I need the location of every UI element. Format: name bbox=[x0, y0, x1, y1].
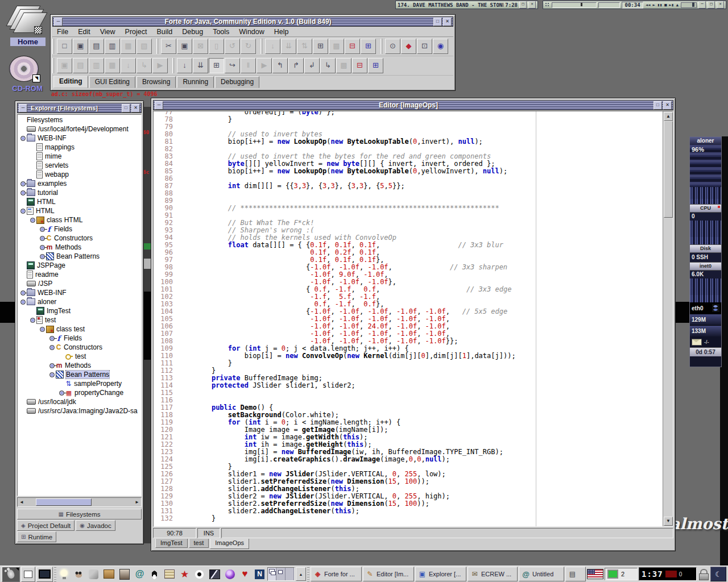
desktop-icon-home[interactable]: Home bbox=[10, 5, 46, 49]
menu-help[interactable]: Help bbox=[274, 28, 289, 36]
tree-row[interactable]: fFields bbox=[18, 334, 141, 343]
tree-row[interactable]: test bbox=[18, 315, 141, 325]
workspace-cell-1[interactable] bbox=[268, 568, 276, 580]
tree-row[interactable]: /usr/local/forte4j/Development bbox=[18, 124, 141, 134]
tree-row[interactable]: CConstructors bbox=[18, 234, 141, 243]
workspace-pager[interactable] bbox=[267, 567, 295, 581]
audio-player-playlist-bar[interactable]: 174. DAVE MATTHEWS BAND - THE STONE 7:28… bbox=[395, 1, 538, 9]
close-button[interactable]: ✕ bbox=[131, 104, 140, 113]
monitor-view-button[interactable] bbox=[36, 567, 53, 582]
expander-closed-icon[interactable] bbox=[58, 388, 65, 397]
toolbar-button[interactable]: ▶ bbox=[152, 58, 168, 73]
tree-row[interactable]: ImgTest bbox=[18, 306, 141, 315]
swirl-icon[interactable]: @ bbox=[133, 568, 146, 581]
toolbar-button[interactable]: ▦ bbox=[105, 58, 120, 73]
expander-closed-icon[interactable] bbox=[39, 225, 46, 234]
eye-icon[interactable] bbox=[193, 568, 206, 581]
package-icon[interactable] bbox=[104, 569, 114, 579]
expander-open-icon[interactable] bbox=[19, 206, 27, 215]
tab-running[interactable]: Running bbox=[177, 76, 214, 88]
bottom-tab-filesystems[interactable]: ▦Filesystems bbox=[17, 509, 142, 519]
expander-open-icon[interactable] bbox=[19, 134, 27, 143]
prev-button[interactable]: ◄◄ bbox=[645, 3, 651, 7]
tree-row[interactable]: class HTML bbox=[18, 215, 141, 225]
gimp-icon[interactable] bbox=[72, 568, 85, 581]
draw-icon[interactable] bbox=[89, 569, 98, 579]
toolbar-button[interactable]: □ bbox=[57, 39, 72, 54]
player-shade-button[interactable]: ─ bbox=[698, 1, 706, 9]
desktop-icon-cdrom[interactable]: ◥ CD-ROM bbox=[9, 56, 46, 97]
tree-row[interactable]: examples bbox=[18, 179, 141, 188]
toolbar-button[interactable]: ▣ bbox=[177, 39, 192, 54]
player-close-button[interactable]: ✕ bbox=[717, 1, 724, 9]
expander-open-icon[interactable] bbox=[48, 343, 56, 352]
stop-button[interactable]: ■ bbox=[664, 3, 667, 7]
tree-row[interactable]: readme bbox=[18, 270, 141, 279]
menu-edit[interactable]: Edit bbox=[78, 28, 90, 36]
toolbar-button[interactable]: ⊟ bbox=[352, 58, 367, 73]
player-close-button[interactable]: ✕ bbox=[528, 1, 536, 9]
tree-row[interactable]: Filesystems bbox=[18, 115, 141, 124]
window-explorer[interactable]: ─ Explorer [Filesystems] □ ✕ Filesystems… bbox=[15, 101, 144, 544]
menu-file[interactable]: File bbox=[57, 28, 68, 36]
menu-tools[interactable]: Tools bbox=[213, 28, 229, 36]
code-editor-panel[interactable]: 7778798081828384858687888990919293949596… bbox=[153, 111, 673, 527]
window-menu-button[interactable]: ─ bbox=[155, 101, 163, 110]
tree-row[interactable]: class test bbox=[18, 325, 141, 334]
toolbar-button[interactable]: ⊡ bbox=[417, 39, 432, 54]
tree-row[interactable]: /JSP bbox=[18, 279, 141, 288]
toolbar-button[interactable]: ▩ bbox=[336, 58, 351, 73]
toolbar-button[interactable]: ↓ bbox=[121, 58, 136, 73]
maximize-button[interactable]: □ bbox=[433, 18, 442, 26]
scrollbar-thumb[interactable] bbox=[664, 121, 673, 218]
tab-editing[interactable]: Editing bbox=[53, 76, 88, 88]
docs-icon[interactable] bbox=[164, 569, 175, 579]
expander-closed-icon[interactable] bbox=[19, 179, 27, 188]
tree-row[interactable]: Bean Patterns bbox=[18, 370, 141, 379]
tree-row[interactable]: servlets bbox=[18, 161, 141, 170]
task-button-editor-im[interactable]: ✎Editor [Im... bbox=[363, 567, 414, 581]
toolbar-button[interactable]: ▶ bbox=[257, 58, 272, 73]
horizontal-scrollbar[interactable]: ◄ ► bbox=[17, 497, 142, 507]
scroll-down-arrow[interactable]: ▼ bbox=[664, 517, 673, 526]
player-minimize-button[interactable]: □ bbox=[708, 1, 715, 9]
mail-check-section[interactable]: -/- bbox=[690, 336, 721, 347]
toolbar-button[interactable]: ⊠ bbox=[193, 39, 208, 54]
play-button[interactable]: ► bbox=[652, 3, 655, 7]
toolbar-button[interactable]: ⊞ bbox=[361, 39, 376, 54]
expander-closed-icon[interactable] bbox=[39, 243, 46, 252]
eth0-section[interactable]: eth0 bbox=[690, 302, 721, 314]
expander-closed-icon[interactable] bbox=[19, 288, 27, 297]
expander-closed-icon[interactable] bbox=[48, 361, 56, 370]
sleep-moon-button[interactable]: ☾ bbox=[710, 567, 726, 581]
toolbar-button[interactable]: ▤ bbox=[73, 58, 88, 73]
menu-debug[interactable]: Debug bbox=[182, 28, 203, 36]
task-button-ecrew[interactable]: ✉ECREW ... bbox=[468, 567, 518, 581]
expander-open-icon[interactable] bbox=[29, 315, 36, 325]
picture-icon[interactable] bbox=[209, 569, 220, 579]
tree-row[interactable]: CConstructors bbox=[18, 343, 141, 352]
code-text-area[interactable]: ordered[j] = (byte) }; } // used to inve… bbox=[176, 111, 663, 526]
maximize-button[interactable]: □ bbox=[122, 104, 130, 113]
toolbar-button[interactable]: ⊞ bbox=[313, 39, 328, 54]
cube-n-icon[interactable]: N bbox=[255, 569, 264, 579]
toolbar-button[interactable]: ▣ bbox=[57, 58, 72, 73]
toolbar-button[interactable]: ↓ bbox=[265, 39, 280, 54]
expander-closed-icon[interactable] bbox=[39, 234, 46, 243]
scrollbar-thumb[interactable] bbox=[36, 498, 92, 506]
window-menu-button[interactable]: ─ bbox=[19, 104, 27, 113]
task-button-printer[interactable]: ▤ bbox=[565, 567, 586, 581]
seek-slider[interactable] bbox=[552, 2, 597, 8]
toolbar-button[interactable]: ⇅ bbox=[297, 39, 312, 54]
editor-title-bar[interactable]: ─ Editor [ImageOps] □ ✕ bbox=[153, 100, 673, 110]
tree-row[interactable]: ⇅sampleProperty bbox=[18, 379, 141, 388]
orb-icon[interactable] bbox=[225, 569, 235, 579]
expander-closed-icon[interactable] bbox=[48, 334, 56, 343]
tree-row[interactable]: /usr/src/Java:Imaging/Java2D-sa bbox=[18, 406, 141, 415]
screen-count-indicator[interactable]: 2 bbox=[605, 568, 638, 580]
tree-row[interactable]: JSPPage bbox=[18, 261, 141, 270]
toolbar-button[interactable]: ▦ bbox=[121, 39, 136, 54]
menu-build[interactable]: Build bbox=[156, 28, 172, 36]
taskbar-clock[interactable]: 1:37 0 bbox=[639, 567, 697, 581]
tree-row[interactable]: mMethods bbox=[18, 361, 141, 370]
